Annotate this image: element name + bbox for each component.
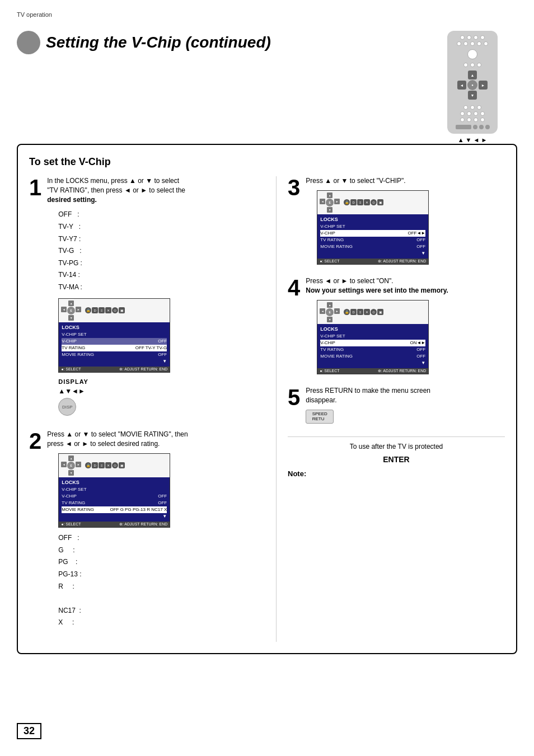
enter-label: ENTER (288, 455, 505, 464)
step-3: 3 Press ▲ or ▼ to select "V-CHIP". ▲ (288, 176, 505, 268)
step-2-number: 2 (29, 430, 41, 452)
screen-mockup-3: ▲ ◄ E ► ▼ � (317, 190, 429, 265)
screen-mockup-4: ▲ ◄ E ► ▼ � (317, 300, 429, 375)
note-title: Note: (288, 469, 306, 478)
step-1: 1 In the LOCKS menu, press ▲ or ▼ to sel… (29, 176, 265, 421)
step-4-number: 4 (288, 276, 300, 299)
display-button: DISP (58, 398, 76, 416)
step-1-text: In the LOCKS menu, press ▲ or ▼ to selec… (47, 176, 265, 204)
display-section: DISPLAY ▲▼◄► DISP (58, 378, 265, 416)
step-1-options: OFF : TV-Y : TV-Y7 : TV-G : TV-PG : TV-1… (58, 209, 265, 293)
step-4: 4 Press ◄ or ► to select "ON". Now your … (288, 276, 505, 378)
step-3-text: Press ▲ or ▼ to select "V-CHIP". (306, 176, 505, 186)
remote-control-image: ▲ ◄ ● ► ▼ (439, 31, 506, 143)
step-2-options: OFF : G : PG : PG-13 : R : NC17 : X : (58, 532, 265, 629)
note-section: Note: (288, 469, 505, 478)
step-4-text: Press ◄ or ► to select "ON". Now your se… (306, 276, 505, 295)
speed-return-button: SPEEDRETU (306, 410, 334, 424)
page-title: Setting the V-Chip (continued) (46, 34, 271, 51)
display-arrows: ▲▼◄► (58, 387, 265, 395)
step-1-number: 1 (29, 176, 41, 199)
step-5-number: 5 (288, 386, 300, 408)
screen-mockup-1: ▲ ◄ E ► ▼ � (58, 298, 170, 373)
step-2-text: Press ▲ or ▼ to select "MOVIE RATING", t… (47, 430, 265, 449)
protected-label: To use after the TV is protected (288, 443, 505, 450)
section-label: TV operation (17, 11, 52, 18)
step-5-text: Press RETURN to make the menu screen dis… (306, 386, 505, 405)
box-title: To set the V-Chip (29, 156, 505, 168)
screen-mockup-2: ▲ ◄ E ► ▼ � (58, 453, 170, 528)
protected-section: To use after the TV is protected ENTER N… (288, 436, 505, 478)
remote-arrow-labels: ▲ ▼ ◄ ► (458, 137, 488, 143)
step-2: 2 Press ▲ or ▼ to select "MOVIE RATING",… (29, 430, 265, 633)
title-circle-icon (17, 31, 40, 54)
page-number: 32 (17, 723, 41, 739)
step-5: 5 Press RETURN to make the menu screen d… (288, 386, 505, 428)
display-label: DISPLAY (58, 378, 265, 385)
step-3-number: 3 (288, 176, 300, 199)
